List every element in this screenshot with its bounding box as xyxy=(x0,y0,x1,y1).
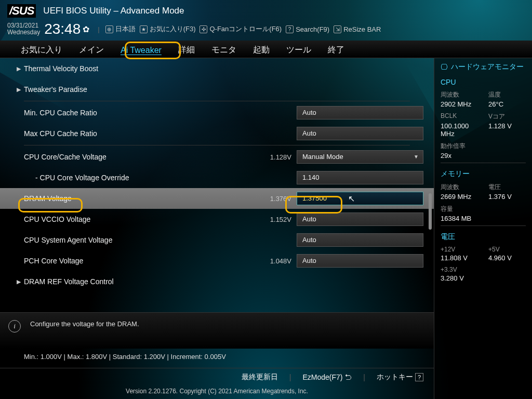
version-text: Version 2.20.1276. Copyright (C) 2021 Am… xyxy=(0,385,434,399)
setting-label: Tweaker's Paradise xyxy=(24,85,164,94)
scrollbar-thumb[interactable] xyxy=(429,193,432,230)
resizebar-button[interactable]: ⇲ ReSize BAR xyxy=(332,24,382,34)
setting-input[interactable]: Auto xyxy=(297,233,423,247)
v12-label: +12V xyxy=(441,246,478,253)
mem-freq-value: 2669 MHz xyxy=(441,193,478,201)
star-icon: ★ xyxy=(140,25,148,33)
setting-row[interactable]: DRAM Voltage1.376V1.37500↖ xyxy=(0,188,434,209)
cursor-icon: ↖ xyxy=(348,194,355,204)
value-range-text: Min.: 1.000V | Max.: 1.800V | Standard: … xyxy=(0,349,434,368)
setting-row[interactable]: Min. CPU Cache RatioAuto xyxy=(0,102,434,123)
setting-input[interactable]: Auto xyxy=(297,212,423,226)
v33-label: +3.3V xyxy=(441,266,478,273)
setting-label: PCH Core Voltage xyxy=(24,257,164,265)
setting-current: 1.152V xyxy=(262,216,297,223)
setting-label: - CPU Core Voltage Override xyxy=(24,174,164,182)
mem-freq-label: 周波数 xyxy=(441,183,478,192)
tab-0[interactable]: お気に入り xyxy=(18,43,65,58)
clock-time: 23:48 xyxy=(44,21,81,37)
qfan-button[interactable]: ✣ Q-Fanコントロール(F6) xyxy=(198,23,283,35)
setting-input[interactable]: 1.37500 xyxy=(297,192,423,205)
hotkey-button[interactable]: ホットキー? xyxy=(377,373,423,382)
memory-section-label: メモリー xyxy=(441,169,526,179)
weekday: Wednesday xyxy=(7,29,40,36)
setting-row[interactable]: PCH Core Voltage1.048VAuto xyxy=(0,250,434,271)
last-update-button[interactable]: 最終更新日 xyxy=(242,373,278,382)
chevron-right-icon: ▶ xyxy=(17,65,21,72)
setting-input[interactable]: 1.140 xyxy=(297,171,423,184)
tab-3[interactable]: 詳細 xyxy=(175,43,198,58)
setting-input[interactable]: Auto xyxy=(297,106,423,119)
setting-row[interactable]: ▶Tweaker's Paradise xyxy=(0,79,434,100)
v5-value: 4.960 V xyxy=(488,254,526,262)
setting-label: CPU Core/Cache Voltage xyxy=(24,153,164,161)
chevron-right-icon: ▶ xyxy=(17,278,21,285)
cpu-temp-value: 26°C xyxy=(488,100,526,108)
ezmode-button[interactable]: EzMode(F7) ⮌ xyxy=(302,373,352,381)
fan-icon: ✣ xyxy=(200,25,207,33)
tab-7[interactable]: 終了 xyxy=(325,43,348,58)
tab-5[interactable]: 起動 xyxy=(250,43,273,58)
tab-1[interactable]: メイン xyxy=(76,43,107,58)
vcore-label: Vコア xyxy=(488,112,526,121)
setting-label: CPU VCCIO Voltage xyxy=(24,215,164,223)
setting-row[interactable]: ▶Thermal Velocity Boost xyxy=(0,58,434,79)
resizebar-label: ReSize BAR xyxy=(343,25,381,33)
globe-icon: ⊕ xyxy=(105,25,113,33)
setting-input[interactable]: Auto xyxy=(297,254,423,268)
setting-label: DRAM Voltage xyxy=(24,194,164,203)
setting-input[interactable]: Auto xyxy=(297,127,423,140)
voltage-section-label: 電圧 xyxy=(441,232,526,242)
monitor-icon: 🖵 xyxy=(441,63,448,71)
gear-icon[interactable]: ✿ xyxy=(83,24,89,34)
info-icon: i xyxy=(8,320,21,332)
cpu-section-label: CPU xyxy=(441,78,526,86)
resize-icon: ⇲ xyxy=(334,25,341,33)
setting-row[interactable]: - CPU Core Voltage Override1.140 xyxy=(0,167,434,188)
search-button[interactable]: ? Search(F9) xyxy=(284,24,331,34)
setting-current: 1.048V xyxy=(262,257,297,265)
settings-list: ▶Thermal Velocity Boost▶Tweaker's Paradi… xyxy=(0,58,434,312)
cpu-temp-label: 温度 xyxy=(488,90,526,99)
ratio-label: 動作倍率 xyxy=(441,142,478,151)
favorites-label: お気に入り(F3) xyxy=(150,24,196,34)
search-icon: ? xyxy=(286,25,294,33)
setting-row[interactable]: CPU Core/Cache Voltage1.128VManual Mode xyxy=(0,147,434,167)
setting-label: Min. CPU Cache Ratio xyxy=(24,109,164,117)
cpu-freq-value: 2902 MHz xyxy=(441,100,478,108)
setting-current: 1.376V xyxy=(262,195,297,203)
bclk-value: 100.1000 MHz xyxy=(441,122,478,138)
tab-6[interactable]: ツール xyxy=(283,43,314,58)
help-panel: i Configure the voltage for the DRAM. xyxy=(0,312,434,349)
setting-dropdown[interactable]: Manual Mode xyxy=(297,150,423,164)
v33-value: 3.280 V xyxy=(441,274,478,282)
setting-label: DRAM REF Voltage Control xyxy=(24,277,164,286)
chevron-right-icon: ▶ xyxy=(17,86,21,93)
vcore-value: 1.128 V xyxy=(488,122,526,138)
setting-row[interactable]: ▶DRAM REF Voltage Control xyxy=(0,271,434,292)
setting-label: CPU System Agent Voltage xyxy=(24,236,164,244)
setting-row[interactable]: Max CPU Cache RatioAuto xyxy=(0,123,434,144)
v12-value: 11.808 V xyxy=(441,254,478,262)
mem-cap-value: 16384 MB xyxy=(441,215,478,222)
monitor-title: ハードウェアモニター xyxy=(451,62,524,72)
tab-2[interactable]: Ai Tweaker xyxy=(117,44,165,57)
setting-label: Thermal Velocity Boost xyxy=(24,64,164,73)
favorites-button[interactable]: ★ お気に入り(F3) xyxy=(138,23,197,35)
qfan-label: Q-Fanコントロール(F6) xyxy=(209,24,282,34)
mem-volt-label: 電圧 xyxy=(488,183,526,192)
ratio-value: 29x xyxy=(441,152,478,159)
cpu-freq-label: 周波数 xyxy=(441,90,478,99)
main-tabs: お気に入りメインAi Tweaker詳細モニタ起動ツール終了 xyxy=(0,41,532,58)
setting-row[interactable]: CPU System Agent VoltageAuto xyxy=(0,230,434,250)
v5-label: +5V xyxy=(488,246,526,253)
setting-row[interactable]: CPU VCCIO Voltage1.152VAuto xyxy=(0,209,434,230)
asus-logo: /SUS xyxy=(7,4,36,18)
mem-cap-label: 容量 xyxy=(441,205,478,214)
mem-volt-value: 1.376 V xyxy=(488,193,526,201)
hardware-monitor-panel: 🖵ハードウェアモニター CPU 周波数温度 2902 MHz26°C BCLKV… xyxy=(434,58,532,399)
language-button[interactable]: ⊕ 日本語 xyxy=(104,23,137,35)
bclk-label: BCLK xyxy=(441,112,478,121)
language-label: 日本語 xyxy=(115,24,136,34)
tab-4[interactable]: モニタ xyxy=(208,43,240,58)
